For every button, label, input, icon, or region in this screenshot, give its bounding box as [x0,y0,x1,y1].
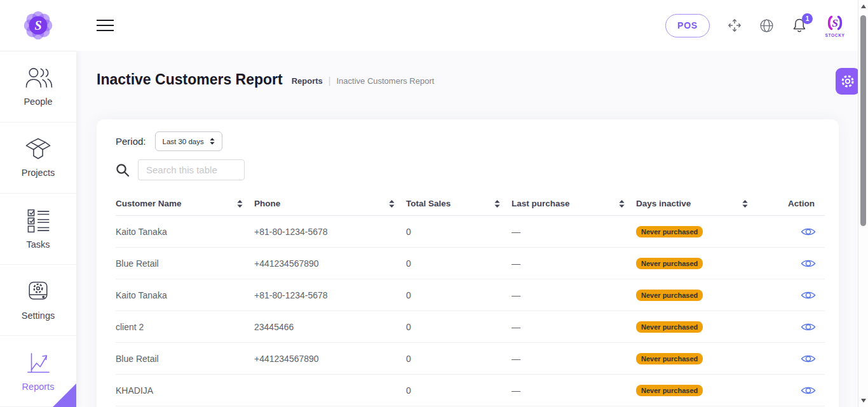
total-sales-cell: 0 [406,385,512,396]
sidebar-item-label: Settings [22,310,55,321]
flower-logo-icon: S [20,8,56,43]
days-inactive-cell: Never purchased [636,258,759,269]
sidebar-corner-accent [53,384,76,407]
last-purchase-cell: — [512,322,636,332]
app-logo[interactable]: S [0,8,76,43]
never-purchased-badge: Never purchased [636,353,703,364]
settings-box-icon [24,279,52,305]
search-input[interactable] [138,159,245,180]
page-scrollbar[interactable] [858,0,868,407]
updown-arrows-icon [210,138,215,145]
table-row: Kaito Tanaka +81-80-1234-5678 0 — Never … [116,216,825,248]
customers-table: Customer Name Phone Total Sales Last pur… [116,192,825,406]
phone-cell: +81-80-1234-5678 [254,290,406,300]
phone-cell: +81-80-1234-5678 [254,227,406,237]
view-customer-button[interactable] [799,257,817,270]
phone-cell: +441234567890 [254,354,406,364]
column-header-customer-name[interactable]: Customer Name [116,199,254,208]
sidebar-item-label: People [24,97,52,107]
eye-icon [801,354,816,364]
action-cell [759,384,825,397]
phone-cell: +441234567890 [254,258,406,269]
column-header-phone[interactable]: Phone [254,199,406,208]
column-header-last-purchase[interactable]: Last purchase [512,199,636,208]
sort-icon[interactable] [619,200,625,208]
customer-name-cell: Blue Retail [116,354,254,364]
notifications-bell-icon[interactable]: 1 [791,17,808,34]
people-icon [24,67,53,91]
days-inactive-cell: Never purchased [636,353,759,364]
action-cell [759,352,825,365]
column-header-days-inactive[interactable]: Days inactive [636,199,759,208]
total-sales-cell: 0 [406,290,512,300]
table-body: Kaito Tanaka +81-80-1234-5678 0 — Never … [116,216,825,406]
last-purchase-cell: — [512,258,636,269]
expand-arrows-icon[interactable] [727,18,742,33]
sidebar-item-people[interactable]: People [0,51,76,123]
globe-icon[interactable] [759,18,774,33]
view-customer-button[interactable] [799,225,817,238]
column-header-total-sales[interactable]: Total Sales [406,199,512,208]
pos-button[interactable]: POS [665,14,710,37]
eye-icon [801,322,816,332]
main-content: Inactive Customers Report Reports | Inac… [76,51,868,407]
stocky-logo[interactable]: S STOCKY [825,13,845,37]
chart-line-icon [24,350,53,376]
customer-name-cell: Blue Retail [116,258,254,269]
total-sales-cell: 0 [406,322,512,332]
breadcrumb-section[interactable]: Reports [292,76,323,86]
last-purchase-cell: — [512,385,636,396]
total-sales-cell: 0 [406,227,512,237]
scrollbar-down-arrow-icon[interactable] [861,399,866,403]
view-customer-button[interactable] [799,321,817,333]
table-row: Blue Retail +441234567890 0 — Never purc… [116,343,825,375]
sidebar-item-projects[interactable]: Projects [0,123,76,194]
table-row: Blue Retail +441234567890 0 — Never purc… [116,248,825,279]
customer-name-cell: client 2 [116,322,254,332]
sort-icon[interactable] [237,200,243,208]
view-customer-button[interactable] [799,352,817,365]
menu-toggle-button[interactable] [97,17,114,34]
last-purchase-cell: — [512,227,636,237]
never-purchased-badge: Never purchased [636,321,703,333]
scrollbar-up-arrow-icon[interactable] [861,4,866,8]
days-inactive-cell: Never purchased [636,321,759,333]
table-header-row: Customer Name Phone Total Sales Last pur… [116,192,825,216]
sidebar-item-label: Projects [22,168,55,178]
settings-gear-button[interactable] [836,68,860,95]
eye-icon [801,227,816,237]
eye-icon [801,385,816,396]
period-select-value: Last 30 days [163,138,204,145]
customer-name-cell: Kaito Tanaka [116,227,254,237]
days-inactive-cell: Never purchased [636,290,759,301]
column-header-action: Action [759,199,825,208]
report-card: Period: Last 30 days Customer Name [97,119,839,407]
view-customer-button[interactable] [799,289,817,302]
action-cell [759,257,825,270]
search-icon [116,163,130,177]
eye-icon [801,290,816,300]
page-title: Inactive Customers Report [97,71,283,88]
sort-icon[interactable] [742,200,748,208]
days-inactive-cell: Never purchased [636,226,759,237]
scrollbar-thumb[interactable] [860,15,866,226]
breadcrumb-current: Inactive Customers Report [336,76,434,86]
breadcrumb: Reports | Inactive Customers Report [292,73,435,86]
eye-icon [801,258,816,269]
breadcrumb-separator: | [329,76,331,86]
stocky-logo-icon: S [825,13,845,32]
sidebar-item-settings[interactable]: Settings [0,265,76,336]
total-sales-cell: 0 [406,354,512,364]
action-cell [759,321,825,333]
view-customer-button[interactable] [799,384,817,397]
table-row: Kaito Tanaka +81-80-1234-5678 0 — Never … [116,279,825,311]
sort-icon[interactable] [389,200,395,208]
never-purchased-badge: Never purchased [636,290,703,301]
period-select[interactable]: Last 30 days [155,131,222,151]
period-row: Period: Last 30 days [116,131,825,152]
sidebar-item-tasks[interactable]: Tasks [0,194,76,265]
action-cell [759,225,825,238]
customer-name-cell: Kaito Tanaka [116,290,254,300]
svg-text:S: S [34,18,41,32]
sort-icon[interactable] [494,200,500,208]
